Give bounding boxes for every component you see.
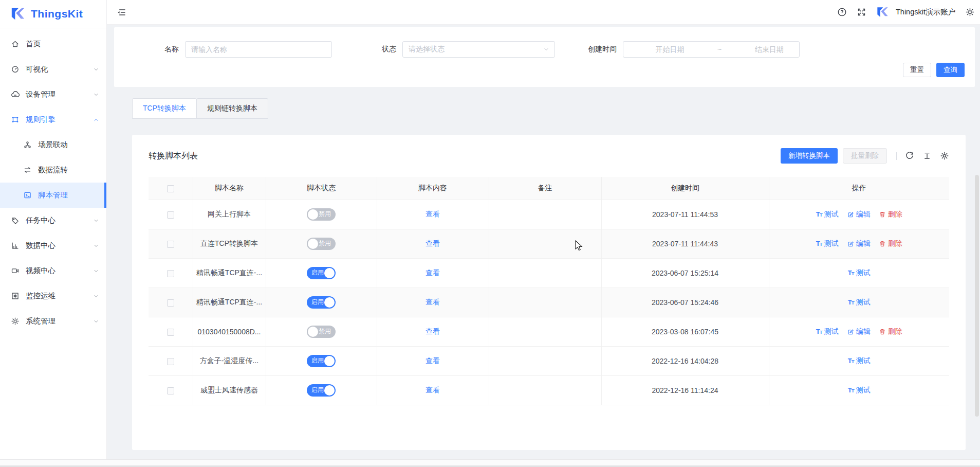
system-management-icon [11, 317, 20, 326]
table-row: 直连TCP转换脚本 禁用 查看 2023-07-11 11:44:43 TT测试… [149, 229, 949, 258]
remark-cell [489, 200, 601, 229]
sidebar-item-data-center[interactable]: 数据中心 [0, 233, 106, 258]
sidebar-item-label: 数据中心 [26, 241, 93, 250]
row-checkbox[interactable] [167, 211, 174, 219]
row-height-icon[interactable] [922, 151, 932, 160]
edit-link[interactable]: 编辑 [847, 239, 871, 248]
view-link[interactable]: 查看 [426, 268, 440, 278]
test-link[interactable]: TT测试 [816, 239, 839, 248]
test-link[interactable]: TT测试 [848, 386, 871, 395]
test-link[interactable]: TT测试 [848, 268, 871, 278]
status-toggle[interactable]: 启用 [307, 267, 336, 279]
sidebar-item-label: 监控运维 [26, 291, 93, 301]
text-icon: TT [816, 240, 822, 247]
name-filter-input[interactable] [185, 41, 332, 58]
view-link[interactable]: 查看 [426, 386, 440, 395]
test-link[interactable]: TT测试 [848, 356, 871, 366]
created-time: 2022-12-16 14:04:28 [601, 346, 769, 375]
tab-tcp-script[interactable]: TCP转换脚本 [132, 98, 197, 119]
row-checkbox[interactable] [167, 387, 174, 394]
refresh-icon[interactable] [905, 151, 914, 160]
script-name: 直连TCP转换脚本 [193, 229, 266, 258]
sidebar: ThingsKit 首页 可视化 设备管理 规则引擎 [0, 0, 107, 467]
gear-icon[interactable] [940, 151, 949, 160]
sidebar-item-script-management[interactable]: 脚本管理 [0, 183, 106, 208]
toolbar-divider [896, 152, 897, 160]
batch-delete-button[interactable]: 批量删除 [843, 148, 887, 164]
sidebar-item-system-management[interactable]: 系统管理 [0, 309, 106, 334]
gear-icon[interactable] [965, 7, 975, 17]
text-icon: TT [848, 269, 854, 277]
horizontal-scrollbar[interactable] [0, 459, 980, 467]
view-link[interactable]: 查看 [426, 210, 440, 219]
edit-link[interactable]: 编辑 [847, 210, 871, 219]
tab-rulechain-script[interactable]: 规则链转换脚本 [196, 98, 268, 119]
sidebar-item-task-center[interactable]: 任务中心 [0, 208, 106, 233]
sidebar-item-visualization[interactable]: 可视化 [0, 57, 106, 82]
sidebar-item-rule-engine[interactable]: 规则引擎 [0, 107, 106, 132]
status-toggle[interactable]: 启用 [307, 384, 336, 397]
chevron-down-icon [93, 318, 99, 325]
name-filter-label: 名称 [164, 45, 179, 54]
sidebar-item-label: 系统管理 [26, 316, 93, 326]
status-toggle[interactable]: 禁用 [307, 238, 336, 250]
monitoring-icon [11, 292, 20, 300]
end-date-input[interactable] [723, 45, 816, 53]
trash-icon [879, 240, 886, 247]
video-center-icon [11, 266, 20, 275]
account-name[interactable]: Thingskit演示账户 [896, 7, 955, 17]
status-toggle[interactable]: 启用 [307, 355, 336, 367]
col-created-time: 创建时间 [601, 177, 769, 200]
edit-link[interactable]: 编辑 [847, 327, 871, 336]
row-checkbox[interactable] [167, 329, 174, 336]
test-link[interactable]: TT测试 [816, 210, 839, 219]
help-icon[interactable] [837, 7, 847, 17]
test-link[interactable]: TT测试 [816, 327, 839, 336]
chevron-down-icon [93, 218, 99, 224]
sidebar-item-device-management[interactable]: 设备管理 [0, 82, 106, 107]
add-script-button[interactable]: 新增转换脚本 [781, 148, 838, 164]
select-all-checkbox[interactable] [167, 185, 174, 192]
sidebar-item-data-flow[interactable]: 数据流转 [0, 157, 106, 183]
status-toggle[interactable]: 禁用 [307, 326, 336, 338]
vertical-scrollbar-thumb[interactable] [975, 175, 979, 417]
account-avatar-logo[interactable] [876, 6, 889, 19]
sidebar-item-monitoring[interactable]: 监控运维 [0, 283, 106, 309]
sidebar-item-home[interactable]: 首页 [0, 31, 106, 57]
start-date-input[interactable] [623, 45, 716, 53]
delete-link[interactable]: 删除 [879, 210, 902, 219]
home-icon [11, 40, 20, 48]
chevron-down-icon [93, 66, 99, 73]
row-checkbox[interactable] [167, 299, 174, 307]
view-link[interactable]: 查看 [426, 356, 440, 366]
view-link[interactable]: 查看 [426, 239, 440, 248]
col-script-content: 脚本内容 [377, 177, 489, 200]
view-link[interactable]: 查看 [426, 298, 440, 307]
delete-link[interactable]: 删除 [879, 327, 902, 336]
reset-button[interactable]: 重置 [903, 63, 931, 77]
edit-icon [847, 240, 854, 247]
script-name: 威盟士风速传感器 [193, 375, 266, 405]
collapse-menu-icon[interactable] [116, 7, 126, 17]
chevron-down-icon [93, 243, 99, 249]
text-icon: TT [848, 386, 854, 394]
fullscreen-icon[interactable] [857, 7, 866, 17]
search-button[interactable]: 查询 [936, 63, 965, 77]
row-checkbox[interactable] [167, 241, 174, 248]
topbar: Thingskit演示账户 [107, 0, 980, 25]
delete-link[interactable]: 删除 [879, 239, 902, 248]
test-link[interactable]: TT测试 [848, 298, 871, 307]
col-remark: 备注 [489, 177, 601, 200]
brand-logo[interactable]: ThingsKit [0, 0, 106, 28]
data-flow-icon [23, 166, 32, 174]
row-checkbox[interactable] [167, 270, 174, 277]
visualization-icon [11, 65, 20, 74]
view-link[interactable]: 查看 [426, 327, 440, 336]
status-toggle[interactable]: 启用 [307, 296, 336, 309]
status-toggle[interactable]: 禁用 [307, 208, 336, 221]
row-checkbox[interactable] [167, 358, 174, 365]
status-filter-select[interactable]: 请选择状态 [402, 41, 555, 58]
col-script-name: 脚本名称 [193, 177, 266, 200]
sidebar-item-video-center[interactable]: 视频中心 [0, 258, 106, 283]
sidebar-item-scene-linkage[interactable]: 场景联动 [0, 132, 106, 157]
